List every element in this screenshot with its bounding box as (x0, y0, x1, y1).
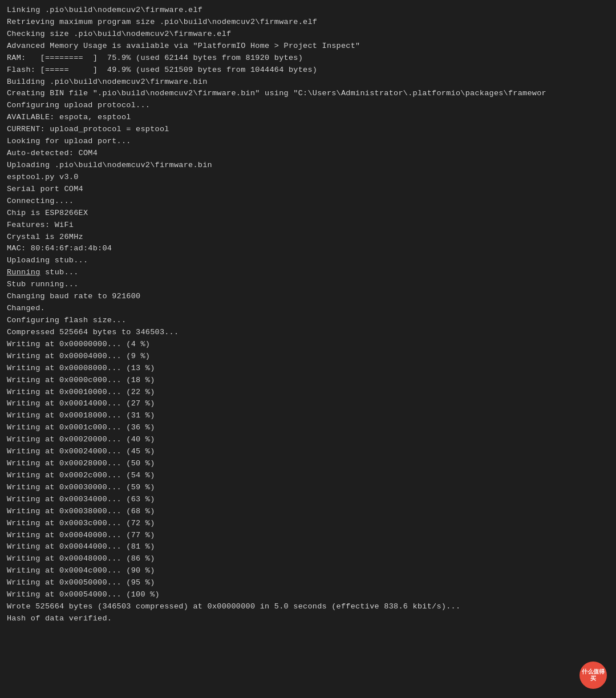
terminal-line: Changing baud rate to 921600 (7, 291, 609, 303)
terminal-line: Writing at 0x00034000... (63 %) (7, 494, 609, 506)
terminal-line: Writing at 0x00018000... (31 %) (7, 410, 609, 422)
terminal-line: Writing at 0x00000000... (4 %) (7, 339, 609, 351)
terminal-line: Writing at 0x00014000... (27 %) (7, 398, 609, 410)
terminal-line: Writing at 0x00040000... (77 %) (7, 530, 609, 542)
terminal-line: Auto-detected: COM4 (7, 148, 609, 160)
terminal-line: Chip is ESP8266EX (7, 208, 609, 220)
terminal-line: esptool.py v3.0 (7, 172, 609, 184)
terminal-line: Writing at 0x00038000... (68 %) (7, 506, 609, 518)
terminal-line: Uploading .pio\build\nodemcuv2\firmware.… (7, 160, 609, 172)
terminal-line: Writing at 0x00044000... (81 %) (7, 541, 609, 553)
terminal-line: Hash of data verified. (7, 613, 609, 625)
terminal-line: Changed. (7, 303, 609, 315)
terminal-line: CURRENT: upload_protocol = esptool (7, 124, 609, 136)
terminal-line: Running stub... (7, 267, 609, 279)
terminal-line: Stub running... (7, 279, 609, 291)
terminal-line: Writing at 0x0004c000... (90 %) (7, 565, 609, 577)
terminal-line: Configuring flash size... (7, 315, 609, 327)
terminal-line: Checking size .pio\build\nodemcuv2\firmw… (7, 29, 609, 40)
terminal-line: Crystal is 26MHz (7, 232, 609, 244)
terminal-line: Building .pio\build\nodemcuv2\firmware.b… (7, 76, 609, 88)
watermark-text: 什么值得买 (579, 668, 607, 682)
terminal-line: Creating BIN file ".pio\build\nodemcuv2\… (7, 88, 609, 100)
terminal-line: Wrote 525664 bytes (346503 compressed) a… (7, 601, 609, 613)
terminal-line: Writing at 0x00004000... (9 %) (7, 351, 609, 363)
terminal-line: Writing at 0x00030000... (59 %) (7, 482, 609, 494)
terminal-line: MAC: 80:64:6f:ad:4b:04 (7, 243, 609, 255)
terminal-line: Uploading stub... (7, 255, 609, 267)
terminal-line: Writing at 0x00020000... (40 %) (7, 434, 609, 446)
terminal-line: Writing at 0x0002c000... (54 %) (7, 470, 609, 482)
terminal-line: Compressed 525664 bytes to 346503... (7, 327, 609, 339)
terminal-line: Writing at 0x0001c000... (36 %) (7, 422, 609, 434)
terminal-line: AVAILABLE: espota, esptool (7, 112, 609, 124)
terminal-line: RAM: [======== ] 75.9% (used 62144 bytes… (7, 52, 609, 64)
terminal-line: Writing at 0x0000c000... (18 %) (7, 375, 609, 387)
terminal-line: Connecting.... (7, 196, 609, 208)
terminal-line: Advanced Memory Usage is available via "… (7, 40, 609, 52)
terminal-line: Writing at 0x0003c000... (72 %) (7, 518, 609, 530)
terminal-output: Linking .pio\build\nodemcuv2\firmware.el… (0, 0, 616, 698)
terminal-line: Writing at 0x00048000... (86 %) (7, 553, 609, 565)
terminal-line: Linking .pio\build\nodemcuv2\firmware.el… (7, 5, 609, 17)
terminal-line: Writing at 0x00028000... (50 %) (7, 458, 609, 470)
terminal-line: Writing at 0x00050000... (95 %) (7, 577, 609, 589)
terminal-line: Features: WiFi (7, 220, 609, 232)
terminal-line: Writing at 0x00008000... (13 %) (7, 363, 609, 375)
terminal-line: Writing at 0x00010000... (22 %) (7, 387, 609, 399)
terminal-line: Serial port COM4 (7, 184, 609, 196)
terminal-line: Retrieving maximum program size .pio\bui… (7, 17, 609, 29)
watermark-badge: 什么值得买 (579, 662, 607, 689)
terminal-line: Writing at 0x00054000... (100 %) (7, 589, 609, 601)
terminal-line: Flash: [===== ] 49.9% (used 521509 bytes… (7, 64, 609, 76)
terminal-line: Configuring upload protocol... (7, 100, 609, 112)
terminal-line: Looking for upload port... (7, 136, 609, 148)
terminal-line: Writing at 0x00024000... (45 %) (7, 446, 609, 458)
